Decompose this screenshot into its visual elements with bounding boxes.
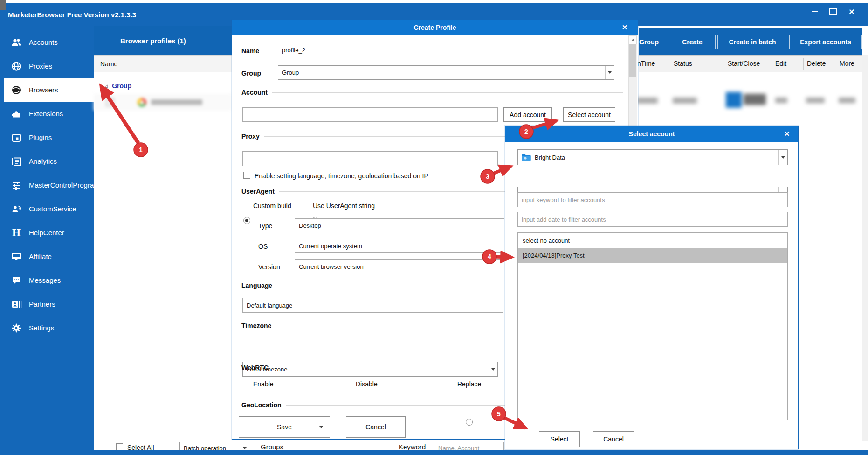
sidebar-item-extensions[interactable]: Extensions bbox=[0, 102, 94, 126]
table-header-row: nTime Status Start/Close Edit Delete Mor… bbox=[639, 55, 862, 72]
profile-name-blob bbox=[151, 99, 202, 105]
close-button[interactable]: ✕ bbox=[842, 4, 861, 20]
select-cancel-label: Cancel bbox=[603, 435, 624, 443]
language-section-label: Language bbox=[241, 282, 272, 289]
account-source-value: Bright Data bbox=[535, 154, 565, 161]
maximize-button[interactable] bbox=[824, 4, 842, 20]
save-button[interactable]: Save bbox=[239, 416, 330, 438]
app-vertical-scrollbar[interactable] bbox=[862, 55, 868, 450]
version-label: Version bbox=[258, 263, 280, 271]
language-input[interactable] bbox=[242, 298, 503, 313]
group-value: Group bbox=[278, 69, 605, 76]
column-edit[interactable]: Edit bbox=[775, 60, 786, 67]
dropdown-arrow-icon bbox=[778, 150, 787, 165]
profile-row-blurred[interactable] bbox=[94, 94, 232, 111]
sidebar-item-accounts[interactable]: Accounts bbox=[0, 30, 94, 54]
ip-settings-checkbox[interactable] bbox=[243, 172, 250, 179]
start-button-blob[interactable] bbox=[726, 92, 742, 108]
cancel-button[interactable]: Cancel bbox=[346, 416, 406, 438]
tree-group-label: Group bbox=[112, 82, 131, 90]
sidebar-item-label: MasterControlProgram bbox=[29, 181, 100, 189]
column-status[interactable]: Status bbox=[674, 60, 692, 67]
sidebar-item-label: Browsers bbox=[29, 86, 58, 94]
create-profile-title: Create Profile bbox=[413, 24, 456, 31]
sidebar-item-affiliate[interactable]: Affiliate bbox=[0, 245, 94, 268]
select-account-close-button[interactable]: ✕ bbox=[778, 126, 795, 142]
corner-notch bbox=[0, 0, 6, 10]
list-item-no-account[interactable]: select no account bbox=[518, 233, 787, 248]
account-date-filter-input[interactable] bbox=[517, 212, 788, 227]
geolocation-section-label: GeoLocation bbox=[241, 401, 282, 409]
sidebar-item-analytics[interactable]: Analytics bbox=[0, 149, 94, 173]
status-blob bbox=[673, 98, 697, 104]
sidebar-item-settings[interactable]: Settings bbox=[0, 316, 94, 340]
select-cancel-button[interactable]: Cancel bbox=[593, 431, 634, 447]
select-confirm-button[interactable]: Select bbox=[539, 431, 580, 447]
ip-settings-checkbox-label: Enable setting language, timezone, geolo… bbox=[255, 172, 428, 180]
timezone-section-label: Timezone bbox=[241, 322, 271, 329]
os-input[interactable] bbox=[295, 239, 504, 253]
column-divider bbox=[670, 58, 670, 70]
dropdown-arrow-icon bbox=[605, 66, 614, 79]
custom-build-radio[interactable] bbox=[243, 217, 250, 224]
sidebar-item-mastercontrolprogram[interactable]: MasterControlProgram bbox=[0, 173, 94, 197]
edit-blob[interactable] bbox=[775, 98, 787, 103]
more-blob[interactable] bbox=[839, 98, 855, 103]
add-account-label: Add account bbox=[510, 111, 546, 119]
save-split-arrow-icon[interactable] bbox=[319, 426, 323, 428]
webrtc-replace-radio[interactable] bbox=[466, 419, 473, 426]
app-window: MarketerBrowser Free Version v2.1.3.3 ✕ … bbox=[0, 0, 868, 455]
column-more[interactable]: More bbox=[840, 60, 854, 67]
time-blob bbox=[636, 98, 658, 104]
sidebar-item-browsers[interactable]: Browsers bbox=[0, 78, 94, 102]
sidebar-item-partners[interactable]: Partners bbox=[0, 292, 94, 316]
table-row-blurred[interactable] bbox=[639, 89, 862, 112]
analytics-icon bbox=[11, 156, 22, 167]
column-delete[interactable]: Delete bbox=[807, 60, 826, 67]
create-profile-close-button[interactable]: ✕ bbox=[616, 20, 633, 35]
accounts-listbox: select no account [2024/04/13]Proxy Test bbox=[517, 232, 788, 420]
account-input[interactable] bbox=[242, 107, 498, 122]
create-in-batch-button[interactable]: Create in batch bbox=[717, 35, 787, 49]
profile-group-dropdown[interactable]: Group bbox=[278, 65, 614, 80]
minimize-button[interactable] bbox=[805, 4, 824, 20]
sidebar-item-plugins[interactable]: Plugins bbox=[0, 126, 94, 149]
select-all-checkbox[interactable] bbox=[116, 443, 123, 450]
extensions-icon bbox=[11, 108, 22, 119]
create-button[interactable]: Create bbox=[669, 35, 716, 49]
sidebar-item-customservice[interactable]: CustomService bbox=[0, 197, 94, 221]
account-keyword-filter-input[interactable] bbox=[517, 192, 788, 207]
select-account-titlebar: Select account bbox=[505, 126, 798, 142]
list-item-proxy-test[interactable]: [2024/04/13]Proxy Test bbox=[518, 248, 787, 263]
ua-string-label: Use UserAgent string bbox=[313, 202, 375, 210]
sidebar-item-proxies[interactable]: Proxies bbox=[0, 54, 94, 78]
start-label-blob bbox=[744, 94, 766, 105]
column-start-close[interactable]: Start/Close bbox=[728, 60, 760, 67]
os-label: OS bbox=[258, 243, 268, 250]
version-input[interactable] bbox=[295, 259, 504, 273]
select-account-button[interactable]: Select account bbox=[563, 107, 615, 122]
delete-blob[interactable] bbox=[806, 98, 825, 103]
useragent-section-label: UserAgent bbox=[241, 188, 275, 195]
scroll-up-arrow-icon[interactable] bbox=[629, 35, 637, 44]
column-time[interactable]: nTime bbox=[637, 60, 655, 67]
export-accounts-label: Export accounts bbox=[800, 38, 851, 46]
scrollbar-thumb[interactable] bbox=[629, 44, 636, 77]
proxy-input[interactable] bbox=[242, 151, 498, 166]
name-column-label: Name bbox=[94, 60, 117, 68]
folder-icon bbox=[522, 154, 531, 161]
export-accounts-button[interactable]: Export accounts bbox=[789, 35, 862, 49]
affiliate-icon bbox=[11, 251, 22, 262]
profile-name-input[interactable] bbox=[278, 43, 614, 57]
account-source-dropdown[interactable]: Bright Data bbox=[517, 149, 788, 165]
window-bottom-frame bbox=[0, 450, 868, 455]
browsers-icon bbox=[11, 84, 22, 96]
sidebar-item-helpcenter[interactable]: H HelpCenter bbox=[0, 221, 94, 245]
type-input[interactable] bbox=[295, 218, 504, 232]
profile-checkbox[interactable] bbox=[106, 98, 114, 106]
tree-expander-icon[interactable]: ⊿ bbox=[94, 83, 108, 89]
add-account-button[interactable]: Add account bbox=[503, 107, 552, 122]
profiles-group-row[interactable]: ⊿ Group bbox=[94, 79, 232, 93]
sidebar-item-label: Extensions bbox=[29, 110, 63, 118]
sidebar-item-messages[interactable]: Messages bbox=[0, 268, 94, 292]
